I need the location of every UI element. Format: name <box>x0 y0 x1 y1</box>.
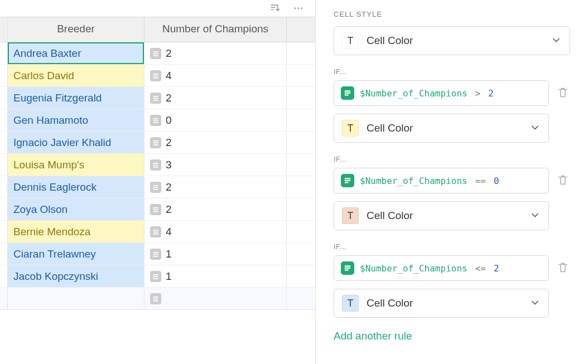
breeder-cell[interactable]: Louisa Mump's <box>8 154 144 176</box>
breeder-cell[interactable]: Ignacio Javier Khalid <box>8 132 144 153</box>
breeder-cell[interactable]: Dennis Eaglerock <box>8 176 144 198</box>
breeder-cell[interactable]: Eugenia Fitzgerald <box>8 87 144 109</box>
champions-cell[interactable]: 3 <box>144 154 287 176</box>
row-handle[interactable] <box>0 109 8 131</box>
champions-value: 4 <box>166 70 172 82</box>
champions-value: 0 <box>166 114 172 127</box>
record-icon <box>150 293 161 304</box>
svg-rect-43 <box>345 180 351 181</box>
row-handle[interactable] <box>0 65 8 86</box>
rule-style-select[interactable]: TCell Color <box>334 289 549 318</box>
formula-icon <box>341 174 354 187</box>
svg-point-0 <box>295 7 296 9</box>
svg-rect-14 <box>153 122 158 123</box>
champions-cell[interactable]: 2 <box>144 176 287 198</box>
row-handle[interactable] <box>0 243 8 265</box>
svg-rect-25 <box>153 209 158 210</box>
champions-cell[interactable]: 2 <box>144 87 287 109</box>
svg-point-2 <box>301 7 302 9</box>
champions-cell[interactable]: 4 <box>144 221 287 242</box>
row-handle[interactable] <box>0 288 8 309</box>
table-row[interactable]: Andrea Baxter2 <box>0 42 315 65</box>
formula-input[interactable]: $Number_of_Champions==0 <box>334 168 549 193</box>
column-header-breeder[interactable]: Breeder <box>8 17 144 42</box>
champions-cell[interactable]: 1 <box>144 243 287 265</box>
table-row-new[interactable] <box>0 288 315 310</box>
breeder-cell[interactable]: Bernie Mendoza <box>8 221 144 242</box>
breeder-cell[interactable]: Ciaran Trelawney <box>8 243 144 265</box>
rule-style-select[interactable]: TCell Color <box>334 114 549 143</box>
svg-rect-24 <box>153 207 158 208</box>
breeder-cell[interactable]: Jacob Kopczynski <box>8 265 144 287</box>
table-row[interactable]: Bernie Mendoza4 <box>0 221 315 243</box>
champions-value: 4 <box>166 226 172 238</box>
delete-rule-icon[interactable] <box>557 174 570 187</box>
chevron-down-icon <box>551 35 562 47</box>
row-handle[interactable] <box>0 132 8 153</box>
table-row[interactable]: Gen Hamamoto0 <box>0 109 315 132</box>
svg-rect-47 <box>345 269 349 270</box>
formula-var: $Number_of_Champions <box>360 263 467 274</box>
svg-rect-18 <box>153 162 158 163</box>
table-row[interactable]: Ciaran Trelawney1 <box>0 243 315 265</box>
svg-rect-19 <box>153 164 158 166</box>
row-handle[interactable] <box>0 198 8 220</box>
formula-num: 2 <box>488 88 494 99</box>
row-handle[interactable] <box>0 42 8 64</box>
filter-sort-icon[interactable] <box>269 3 281 14</box>
formula-input[interactable]: $Number_of_Champions>2 <box>334 80 549 106</box>
delete-rule-icon[interactable] <box>557 86 570 100</box>
table-row[interactable]: Eugenia Fitzgerald2 <box>0 87 315 109</box>
svg-rect-42 <box>345 178 351 179</box>
breeder-cell[interactable]: Gen Hamamoto <box>8 109 144 131</box>
column-header-champions[interactable]: Number of Champions <box>144 17 287 42</box>
table-row[interactable]: Ignacio Javier Khalid2 <box>0 132 315 154</box>
svg-rect-34 <box>153 276 158 277</box>
champions-cell[interactable]: 4 <box>144 65 287 86</box>
rule-style-select[interactable]: TCell Color <box>334 201 549 230</box>
breeder-cell-empty[interactable] <box>8 288 144 309</box>
champions-cell-empty[interactable] <box>144 288 287 309</box>
table-row[interactable]: Louisa Mump's3 <box>0 154 315 176</box>
champions-value: 2 <box>166 47 172 60</box>
champions-cell[interactable]: 0 <box>144 109 287 131</box>
svg-rect-15 <box>153 140 158 141</box>
table-row[interactable]: Dennis Eaglerock2 <box>0 176 315 198</box>
row-handle[interactable] <box>0 221 8 242</box>
row-handle[interactable] <box>0 87 8 109</box>
champions-cell[interactable]: 2 <box>144 132 287 153</box>
champions-cell[interactable]: 2 <box>144 42 287 64</box>
delete-rule-icon[interactable] <box>557 261 570 275</box>
svg-rect-36 <box>153 296 158 297</box>
add-rule-button[interactable]: Add another rule <box>334 330 412 342</box>
breeder-cell[interactable]: Zoya Olson <box>8 198 144 220</box>
style-select-label: Cell Color <box>367 210 522 222</box>
record-icon <box>150 48 161 59</box>
row-handle[interactable] <box>0 176 8 198</box>
row-handle[interactable] <box>0 154 8 176</box>
table-row[interactable]: Jacob Kopczynski1 <box>0 265 315 288</box>
formula-input[interactable]: $Number_of_Champions<=2 <box>334 255 549 281</box>
more-icon[interactable] <box>293 3 304 14</box>
svg-rect-44 <box>345 182 349 183</box>
svg-rect-21 <box>153 185 158 186</box>
svg-rect-6 <box>153 73 158 74</box>
breeder-cell[interactable]: Andrea Baxter <box>8 42 144 64</box>
svg-rect-16 <box>153 142 158 143</box>
svg-rect-29 <box>153 233 158 234</box>
champions-value: 1 <box>166 248 172 260</box>
svg-rect-45 <box>345 265 351 266</box>
svg-rect-12 <box>153 118 158 119</box>
default-cell-style-select[interactable]: T Cell Color <box>334 26 570 55</box>
table-toolbar <box>0 0 315 17</box>
record-icon <box>150 93 161 104</box>
svg-rect-8 <box>153 77 158 78</box>
table-row[interactable]: Zoya Olson2 <box>0 198 315 221</box>
svg-rect-20 <box>153 166 158 167</box>
champions-cell[interactable]: 1 <box>144 265 287 287</box>
breeder-cell[interactable]: Carlos David <box>8 65 144 86</box>
row-handle[interactable] <box>0 265 8 287</box>
record-icon <box>150 137 161 148</box>
table-row[interactable]: Carlos David4 <box>0 65 315 87</box>
champions-cell[interactable]: 2 <box>144 198 287 220</box>
